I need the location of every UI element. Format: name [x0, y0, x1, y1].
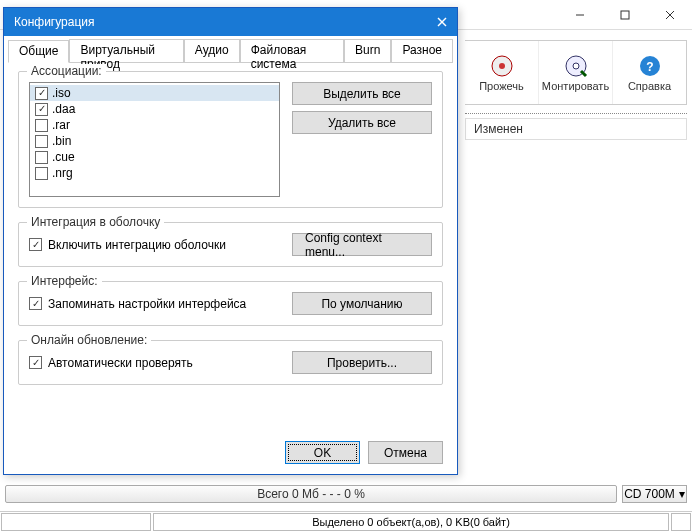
disc-size-label: CD 700M: [624, 487, 675, 501]
svg-text:?: ?: [646, 60, 653, 74]
checkbox-icon: ✓: [35, 103, 48, 116]
group-update: Онлайн обновление: ✓ Автоматически прове…: [18, 340, 443, 385]
cancel-button[interactable]: Отмена: [368, 441, 443, 464]
tab-audio[interactable]: Аудио: [184, 39, 240, 62]
association-item[interactable]: .bin: [30, 133, 279, 149]
help-button[interactable]: ? Справка: [612, 41, 686, 104]
group-interface-title: Интерфейс:: [27, 274, 102, 288]
association-item[interactable]: .cue: [30, 149, 279, 165]
checkbox-icon: ✓: [29, 297, 42, 310]
tab-general[interactable]: Общие: [8, 40, 69, 63]
group-shell: Интеграция в оболочку ✓ Включить интегра…: [18, 222, 443, 267]
help-icon: ?: [638, 54, 662, 78]
associations-list[interactable]: ✓.iso✓.daa.rar.bin.cue.nrg: [29, 82, 280, 197]
tab-burn[interactable]: Burn: [344, 39, 391, 62]
maximize-button[interactable]: [602, 0, 647, 30]
config-context-menu-button[interactable]: Config context menu...: [292, 233, 432, 256]
status-cell-3: [671, 513, 691, 531]
burn-button[interactable]: Прожечь: [465, 41, 538, 104]
association-ext: .cue: [52, 150, 75, 164]
mount-icon: [564, 54, 588, 78]
main-toolbar: Прожечь Монтировать ? Справка: [465, 40, 687, 105]
disc-size-select[interactable]: CD 700M ▾: [622, 485, 687, 503]
help-label: Справка: [628, 80, 671, 92]
tab-virtual-drive[interactable]: Виртуальный привод: [69, 39, 183, 62]
dialog-titlebar[interactable]: Конфигурация: [4, 8, 457, 36]
auto-check-checkbox[interactable]: ✓ Автоматически проверять: [29, 356, 193, 370]
group-associations-title: Ассоциации:: [27, 64, 106, 78]
remember-settings-label: Запоминать настройки интерфейса: [48, 297, 246, 311]
tab-misc[interactable]: Разное: [391, 39, 453, 62]
group-shell-title: Интеграция в оболочку: [27, 215, 164, 229]
minimize-button[interactable]: [557, 0, 602, 30]
checkbox-icon: ✓: [35, 87, 48, 100]
group-associations: Ассоциации: ✓.iso✓.daa.rar.bin.cue.nrg В…: [18, 71, 443, 208]
association-item[interactable]: .nrg: [30, 165, 279, 181]
association-ext: .nrg: [52, 166, 73, 180]
group-update-title: Онлайн обновление:: [27, 333, 151, 347]
association-ext: .bin: [52, 134, 71, 148]
list-column-header[interactable]: Изменен: [465, 118, 687, 140]
association-item[interactable]: .rar: [30, 117, 279, 133]
tab-filesystem[interactable]: Файловая система: [240, 39, 344, 62]
status-selection: Выделено 0 объект(а,ов), 0 KB(0 байт): [153, 513, 669, 531]
checkbox-icon: [35, 119, 48, 132]
checkbox-icon: [35, 135, 48, 148]
association-ext: .rar: [52, 118, 70, 132]
delete-all-button[interactable]: Удалить все: [292, 111, 432, 134]
capacity-bar: Всего 0 Мб - - - 0 %: [5, 485, 617, 503]
association-ext: .daa: [52, 102, 75, 116]
checkbox-icon: ✓: [29, 356, 42, 369]
association-item[interactable]: ✓.daa: [30, 101, 279, 117]
dropdown-icon: ▾: [679, 487, 685, 501]
close-button[interactable]: [647, 0, 692, 30]
config-dialog: Конфигурация Общие Виртуальный привод Ау…: [3, 7, 458, 475]
default-button[interactable]: По умолчанию: [292, 292, 432, 315]
auto-check-label: Автоматически проверять: [48, 356, 193, 370]
association-ext: .iso: [52, 86, 71, 100]
dialog-buttons: OK Отмена: [285, 441, 443, 464]
svg-rect-1: [621, 11, 629, 19]
check-now-button[interactable]: Проверить...: [292, 351, 432, 374]
dialog-title: Конфигурация: [14, 15, 95, 29]
group-interface: Интерфейс: ✓ Запоминать настройки интерф…: [18, 281, 443, 326]
capacity-text: Всего 0 Мб - - - 0 %: [257, 487, 365, 501]
mount-button[interactable]: Монтировать: [538, 41, 612, 104]
status-bar: Выделено 0 объект(а,ов), 0 KB(0 байт): [0, 511, 692, 531]
checkbox-icon: ✓: [29, 238, 42, 251]
mount-label: Монтировать: [542, 80, 609, 92]
enable-shell-label: Включить интеграцию оболочки: [48, 238, 226, 252]
remember-settings-checkbox[interactable]: ✓ Запоминать настройки интерфейса: [29, 297, 246, 311]
checkbox-icon: [35, 167, 48, 180]
tab-bar: Общие Виртуальный привод Аудио Файловая …: [8, 39, 453, 63]
separator: [465, 113, 687, 114]
association-item[interactable]: ✓.iso: [30, 85, 279, 101]
select-all-button[interactable]: Выделить все: [292, 82, 432, 105]
svg-point-7: [573, 63, 579, 69]
status-cell-1: [1, 513, 151, 531]
tab-content: Ассоциации: ✓.iso✓.daa.rar.bin.cue.nrg В…: [4, 63, 457, 407]
list-column-modified: Изменен: [474, 122, 523, 136]
enable-shell-checkbox[interactable]: ✓ Включить интеграцию оболочки: [29, 238, 226, 252]
checkbox-icon: [35, 151, 48, 164]
ok-button[interactable]: OK: [285, 441, 360, 464]
burn-icon: [490, 54, 514, 78]
burn-label: Прожечь: [479, 80, 524, 92]
dialog-close-button[interactable]: [427, 8, 457, 36]
svg-point-5: [499, 63, 505, 69]
close-icon: [436, 16, 448, 28]
